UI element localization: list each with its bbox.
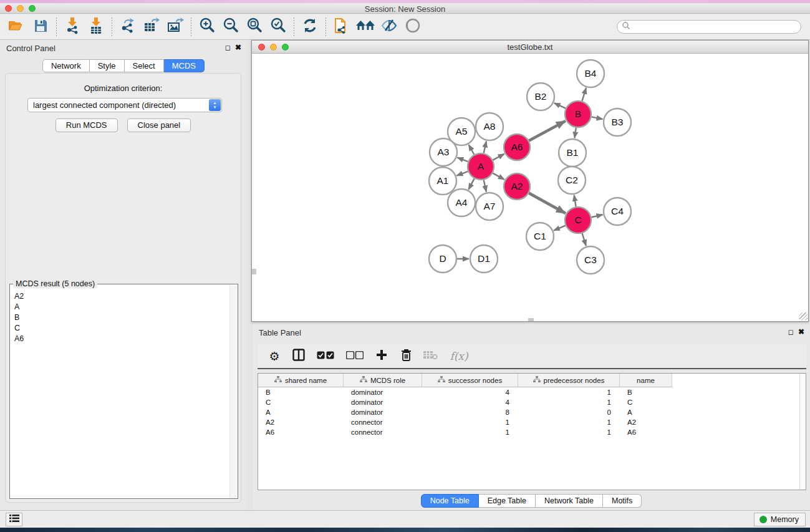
float-panel-icon[interactable]: ◻ — [225, 44, 231, 51]
table-cell[interactable]: 0 — [518, 409, 620, 416]
edge-A-A4[interactable] — [468, 178, 474, 189]
result-list-item[interactable]: A6 — [11, 333, 229, 344]
result-list-item[interactable]: A — [11, 301, 229, 312]
edge-A-A8[interactable] — [484, 141, 486, 153]
edge-C-C3[interactable] — [582, 233, 586, 246]
graph-node-A6[interactable]: A6 — [504, 134, 530, 160]
close-panel-icon[interactable]: ✖ — [235, 44, 241, 51]
table-cell[interactable]: B — [620, 389, 672, 396]
select-all-columns-button[interactable] — [315, 348, 336, 364]
table-cell[interactable]: A6 — [258, 428, 344, 436]
table-cell[interactable]: dominator — [344, 409, 422, 416]
edge-A-A7[interactable] — [484, 180, 486, 191]
table-cell[interactable]: dominator — [344, 389, 422, 396]
table-row[interactable]: Cdominator41C — [258, 397, 806, 407]
table-cell[interactable]: C — [258, 399, 344, 406]
edge-A-A1[interactable] — [456, 172, 468, 176]
graph-node-C2[interactable]: C2 — [558, 167, 586, 194]
table-cell[interactable]: A2 — [258, 418, 344, 426]
task-history-button[interactable] — [6, 513, 22, 526]
result-list-item[interactable]: C — [11, 322, 229, 333]
column-header-MCDS-role[interactable]: MCDS role — [344, 374, 422, 387]
zoom-out-button[interactable] — [219, 16, 243, 37]
table-cell[interactable]: 1 — [422, 428, 518, 436]
edge-A2-C[interactable] — [529, 193, 566, 213]
create-column-button[interactable] — [374, 348, 390, 364]
tab-style[interactable]: Style — [90, 59, 125, 72]
graph-node-C1[interactable]: C1 — [526, 223, 554, 250]
edge-B-B2[interactable] — [554, 103, 566, 109]
graph-node-A2[interactable]: A2 — [504, 173, 530, 200]
edge-A6-B[interactable] — [529, 121, 565, 141]
graph-node-D[interactable]: D — [429, 245, 456, 273]
edge-C-C2[interactable] — [574, 195, 576, 207]
graph-node-A4[interactable]: A4 — [448, 189, 475, 216]
edge-C-C1[interactable] — [554, 226, 566, 231]
home-view-button[interactable] — [354, 16, 377, 37]
import-network-button[interactable] — [60, 16, 84, 37]
edge-B-B3[interactable] — [592, 117, 603, 119]
window-resize-grip[interactable] — [799, 312, 808, 321]
edge-B-B1[interactable] — [574, 128, 576, 138]
edge-A-A5[interactable] — [469, 145, 475, 155]
edge-A-A6[interactable] — [493, 154, 504, 160]
refresh-button[interactable] — [298, 16, 322, 37]
import-table-button[interactable] — [84, 16, 108, 37]
graph-node-C[interactable]: C — [565, 207, 591, 233]
table-row[interactable]: A2connector11A2 — [258, 417, 806, 427]
tab-motifs[interactable]: Motifs — [603, 494, 642, 508]
zoom-fit-button[interactable] — [243, 16, 266, 37]
edge-A-A2[interactable] — [493, 173, 504, 180]
table-cell[interactable]: A6 — [620, 428, 672, 436]
edge-B-B4[interactable] — [582, 88, 586, 101]
table-cell[interactable]: 1 — [518, 389, 620, 396]
column-header-shared-name[interactable]: shared name — [258, 374, 344, 387]
table-cell[interactable]: connector — [344, 428, 422, 436]
table-cell[interactable]: C — [620, 399, 672, 406]
network-graph[interactable]: B4B2BB3A8A5A6A3B1AA1C2A2A4A7C4CC1C3DD1 — [252, 54, 808, 321]
column-header-successor-nodes[interactable]: successor nodes — [422, 374, 518, 387]
show-hide-button[interactable] — [401, 16, 425, 37]
table-cell[interactable]: dominator — [344, 399, 422, 406]
graph-node-B[interactable]: B — [565, 101, 591, 127]
graph-node-A1[interactable]: A1 — [429, 167, 456, 195]
network-canvas[interactable]: B4B2BB3A8A5A6A3B1AA1C2A2A4A7C4CC1C3DD1 — [252, 54, 808, 321]
show-columns-button[interactable] — [291, 348, 307, 364]
table-settings-button[interactable]: ⚙ — [266, 348, 282, 364]
network-from-file-button[interactable] — [330, 16, 354, 37]
result-list-item[interactable]: B — [11, 312, 229, 322]
table-row[interactable]: Adominator80A — [258, 407, 806, 417]
table-cell[interactable]: 4 — [422, 399, 518, 406]
graph-node-A[interactable]: A — [468, 153, 494, 180]
column-header-predecessor-nodes[interactable]: predecessor nodes — [518, 374, 620, 387]
unselect-all-columns-button[interactable] — [344, 348, 365, 364]
table-cell[interactable]: 1 — [518, 428, 620, 436]
network-window-titlebar[interactable]: testGlobe.txt — [252, 41, 808, 54]
open-file-button[interactable] — [5, 16, 29, 37]
float-table-panel-icon[interactable]: ◻ — [788, 328, 794, 336]
graph-node-A7[interactable]: A7 — [476, 193, 503, 220]
close-panel-button[interactable]: Close panel — [127, 118, 191, 132]
table-cell[interactable]: 1 — [422, 418, 518, 426]
search-field[interactable] — [617, 20, 801, 34]
table-cell[interactable]: B — [258, 389, 344, 396]
tab-edge-table[interactable]: Edge Table — [479, 494, 536, 508]
zoom-selected-button[interactable] — [266, 16, 290, 37]
graph-node-C3[interactable]: C3 — [577, 246, 604, 274]
visual-style-toggle-button[interactable] — [377, 16, 401, 37]
table-cell[interactable]: connector — [344, 418, 422, 426]
tab-select[interactable]: Select — [125, 59, 164, 72]
save-session-button[interactable] — [29, 16, 52, 37]
graph-node-A8[interactable]: A8 — [476, 113, 503, 140]
graph-node-C4[interactable]: C4 — [604, 198, 631, 225]
criterion-dropdown[interactable]: largest connected component (directed) ▲… — [27, 98, 222, 112]
memory-button[interactable]: Memory — [754, 513, 806, 526]
export-image-button[interactable] — [163, 16, 187, 37]
export-network-button[interactable] — [116, 16, 140, 37]
graph-node-B2[interactable]: B2 — [527, 83, 554, 110]
graph-node-B1[interactable]: B1 — [559, 139, 586, 167]
table-cell[interactable]: 1 — [518, 418, 620, 426]
table-cell[interactable]: 1 — [518, 399, 620, 406]
run-mcds-button[interactable]: Run MCDS — [55, 118, 118, 132]
table-cell[interactable]: 4 — [422, 389, 518, 396]
